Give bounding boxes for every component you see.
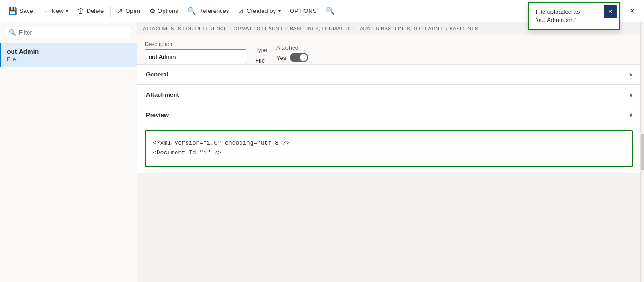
filter-icon: ⊿ — [238, 7, 244, 15]
created-by-button[interactable]: ⊿ Created by ▾ — [234, 3, 285, 19]
type-value: File — [255, 55, 267, 64]
general-label: General — [146, 71, 168, 78]
open-button[interactable]: ↗ Open — [112, 3, 145, 19]
scrollbar-thumb-area — [641, 22, 644, 282]
open-icon: ↗ — [117, 7, 123, 15]
close-icon: ✕ — [608, 8, 613, 15]
sidebar-item[interactable]: out.Admin File — [0, 43, 137, 67]
description-field: Description — [145, 41, 246, 64]
preview-body: <?xml version="1.0" encoding="utf-8"?> <… — [137, 125, 640, 173]
plus-icon: ＋ — [42, 6, 49, 15]
notification-line1: File uploaded as — [536, 8, 580, 15]
notification-popup: ✕ File uploaded as 'out.Admin.xml' — [528, 2, 620, 30]
notification-close-button[interactable]: ✕ — [604, 5, 617, 18]
search-button[interactable]: 🔍 — [321, 3, 340, 19]
filter-input[interactable] — [19, 29, 128, 36]
main-area: 🔍 out.Admin File ATTACHMENTS FOR REFEREN… — [0, 22, 644, 282]
save-button[interactable]: 💾 Save — [4, 3, 38, 19]
options2-label: OPTIONS — [290, 7, 317, 14]
general-chevron-icon: ∨ — [629, 71, 633, 78]
attached-label: Attached — [276, 45, 308, 51]
form-row: Description Type File Attached Yes — [145, 41, 633, 64]
attached-toggle[interactable] — [290, 53, 308, 62]
sidebar-item-name: out.Admin — [7, 48, 131, 55]
save-icon: 💾 — [8, 7, 17, 15]
form-area: Description Type File Attached Yes — [137, 35, 640, 65]
right-scrollbar[interactable] — [640, 22, 644, 282]
filter-input-wrap: 🔍 — [5, 27, 132, 38]
attached-value: Yes — [276, 54, 286, 61]
attachment-header[interactable]: Attachment ∨ — [137, 85, 640, 105]
toolbar-separator — [110, 6, 111, 17]
sidebar: 🔍 out.Admin File — [0, 22, 137, 282]
search-icon: 🔍 — [187, 7, 196, 15]
type-label: Type — [255, 47, 267, 53]
new-button[interactable]: ＋ New ▾ — [38, 3, 73, 19]
references-label: References — [199, 7, 229, 14]
filter-bar: 🔍 — [0, 22, 137, 43]
preview-header[interactable]: Preview ∧ — [137, 105, 640, 125]
sidebar-item-type: File — [7, 56, 131, 63]
gear-icon: ⚙ — [149, 7, 155, 15]
description-input[interactable] — [145, 49, 246, 64]
attachment-chevron-icon: ∨ — [629, 92, 633, 98]
notification-line2: 'out.Admin.xml' — [536, 17, 576, 24]
options-label: Options — [158, 7, 178, 14]
options-button[interactable]: ⚙ Options — [145, 3, 183, 19]
delete-label: Delete — [87, 7, 104, 14]
toolbar: 💾 Save ＋ New ▾ 🗑 Delete ↗ Open ⚙ Options… — [0, 0, 644, 22]
preview-code-box: <?xml version="1.0" encoding="utf-8"?> <… — [145, 130, 633, 167]
save-label: Save — [19, 7, 33, 14]
general-header[interactable]: General ∨ — [137, 65, 640, 84]
new-dropdown-icon: ▾ — [66, 8, 68, 13]
delete-button[interactable]: 🗑 Delete — [73, 3, 109, 19]
content-area: ATTACHMENTS FOR REFERENCE: FORMAT TO LEA… — [137, 22, 640, 282]
description-label: Description — [145, 41, 246, 47]
notification-text: File uploaded as 'out.Admin.xml' — [536, 8, 600, 24]
accordion-list: General ∨ Attachment ∨ Preview ∧ <?xml v… — [137, 65, 640, 282]
delete-icon: 🗑 — [77, 7, 84, 15]
references-button[interactable]: 🔍 References — [183, 3, 234, 19]
preview-section: Preview ∧ <?xml version="1.0" encoding="… — [137, 105, 640, 173]
attached-toggle-wrap: Yes — [276, 53, 308, 64]
preview-line2: <Document Id="1" /> — [153, 148, 625, 158]
preview-line1: <?xml version="1.0" encoding="utf-8"?> — [153, 139, 625, 148]
new-label: New — [52, 7, 64, 14]
toggle-knob — [300, 54, 307, 61]
created-by-label: Created by — [246, 7, 276, 14]
general-section: General ∨ — [137, 65, 640, 85]
filter-search-icon: 🔍 — [9, 29, 16, 36]
attached-field: Attached Yes — [276, 45, 308, 64]
preview-label: Preview — [146, 112, 169, 118]
attachment-label: Attachment — [146, 91, 179, 98]
scrollbar-thumb — [641, 134, 644, 170]
type-field: Type File — [255, 47, 267, 64]
breadcrumb-text: ATTACHMENTS FOR REFERENCE: FORMAT TO LEA… — [143, 26, 479, 31]
close-window-button[interactable]: ✕ — [624, 3, 640, 19]
open-label: Open — [125, 7, 140, 14]
preview-chevron-icon: ∧ — [629, 112, 633, 118]
created-by-dropdown-icon: ▾ — [278, 8, 281, 13]
attachment-section: Attachment ∨ — [137, 85, 640, 105]
options2-button[interactable]: OPTIONS — [285, 3, 322, 19]
search-icon-2: 🔍 — [326, 6, 335, 15]
